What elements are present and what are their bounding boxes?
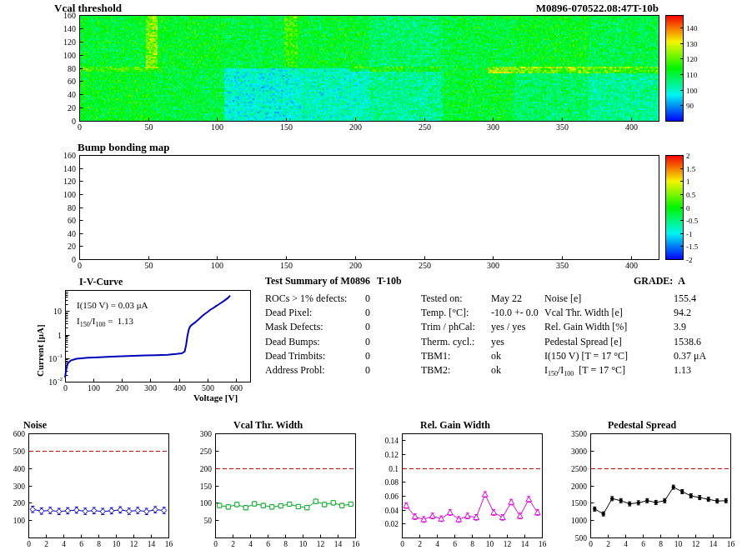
iv-x-axis-label: Voltage [V] (193, 392, 238, 403)
iv-y-axis-label: Current [μA] (35, 324, 46, 377)
summary-row-result: Pedestal Spread [e]1538.6 (544, 336, 706, 350)
summary-row-label: Pedestal Spread [e] (544, 336, 674, 350)
summary-row-value: May 22 (491, 292, 522, 307)
summary-row-label: TBM2: (421, 364, 491, 378)
summary-subtitle: T-10b (377, 276, 402, 288)
iv-curve-title: I-V-Curve (79, 277, 123, 288)
summary-row-label: Mask Defects: (265, 321, 365, 335)
summary-row-label: Address Probl: (265, 364, 365, 378)
summary-row-value: 0.37 μA (674, 350, 706, 364)
summary-row-result: Rel. Gain Width [%]3.9 (544, 321, 706, 335)
summary-row-value: 0 (365, 336, 370, 350)
iv-annotation-current: I(150 V) = 0.03 μA (77, 300, 148, 311)
summary-row-defect: Address Probl:0 (265, 364, 370, 378)
summary-row-label: Noise [e] (544, 292, 674, 307)
grade-label: GRADE: (634, 275, 673, 287)
summary-row-value: 1538.6 (674, 336, 701, 350)
summary-row-value: 0 (365, 364, 370, 378)
module-id-title: M0896-070522.08:47T-10b (536, 2, 659, 15)
summary-row-label: I150/I100 [T = 17 °C] (544, 364, 674, 378)
summary-row-condition: TBM1:ok (421, 350, 539, 364)
summary-row-value: 0 (365, 292, 370, 307)
summary-row-condition: Trim / phCal:yes / yes (421, 321, 539, 335)
summary-row-condition: Temp. [°C]:-10.0 +- 0.0 (421, 307, 539, 321)
iv-annotation-ratio: I150/I100 = 1.13 (77, 316, 133, 327)
summary-row-value: 155.4 (674, 292, 696, 307)
summary-row-value: 1.13 (674, 364, 691, 378)
summary-row-label: Tested on: (421, 292, 491, 307)
summary-row-result: Noise [e]155.4 (544, 292, 706, 307)
summary-row-label: TBM1: (421, 350, 491, 364)
summary-row-condition: Therm. cycl.:yes (421, 336, 539, 350)
summary-row-value: ok (491, 350, 501, 364)
rel-gain-panel-title: Rel. Gain Width (420, 420, 490, 432)
summary-row-value: yes (491, 336, 504, 350)
summary-row-value: 94.2 (674, 307, 691, 321)
summary-row-value: -10.0 +- 0.0 (491, 307, 539, 321)
module-test-report-page: Vcal threshold M0896-070522.08:47T-10b B… (0, 0, 747, 560)
summary-row-value: 0 (365, 321, 370, 335)
bump-bonding-title: Bump bonding map (78, 142, 170, 154)
summary-row-value: 3.9 (674, 321, 686, 335)
summary-row-result: I(150 V) [T = 17 °C]0.37 μA (544, 350, 706, 364)
summary-row-defect: Mask Defects:0 (265, 321, 370, 335)
summary-row-result: I150/I100 [T = 17 °C]1.13 (544, 364, 706, 378)
summary-results-column: Noise [e]155.4Vcal Thr. Width [e]94.2Rel… (544, 292, 706, 378)
grade-value: A (678, 275, 685, 287)
summary-row-label: Rel. Gain Width [%] (544, 321, 674, 335)
summary-row-value: 0 (365, 350, 370, 364)
summary-row-defect: Dead Trimbits:0 (265, 350, 370, 364)
pedestal-panel-title: Pedestal Spread (608, 420, 676, 432)
summary-row-label: Trim / phCal: (421, 321, 491, 335)
vcal-width-panel-title: Vcal Thr. Width (233, 420, 303, 432)
summary-row-defect: ROCs > 1% defects:0 (265, 292, 370, 307)
summary-row-label: Vcal Thr. Width [e] (544, 307, 674, 321)
summary-row-label: Dead Bumps: (265, 336, 365, 350)
summary-conditions-column: Tested on:May 22Temp. [°C]:-10.0 +- 0.0T… (421, 292, 539, 378)
noise-panel-title: Noise (23, 420, 47, 432)
summary-row-result: Vcal Thr. Width [e]94.2 (544, 307, 706, 321)
summary-row-value: ok (491, 364, 501, 378)
summary-row-defect: Dead Bumps:0 (265, 336, 370, 350)
summary-title: Test Summary of M0896 (265, 276, 370, 288)
summary-row-label: Dead Pixel: (265, 307, 365, 321)
summary-row-defect: Dead Pixel:0 (265, 307, 370, 321)
summary-row-label: Temp. [°C]: (421, 307, 491, 321)
summary-defects-column: ROCs > 1% defects:0Dead Pixel:0Mask Defe… (265, 292, 370, 378)
summary-row-label: I(150 V) [T = 17 °C] (544, 350, 674, 364)
summary-row-condition: TBM2:ok (421, 364, 539, 378)
summary-row-value: yes / yes (491, 321, 525, 335)
summary-row-label: Dead Trimbits: (265, 350, 365, 364)
grade: GRADE: A (634, 276, 685, 288)
summary-row-condition: Tested on:May 22 (421, 292, 539, 307)
vcal-threshold-title: Vcal threshold (54, 2, 122, 15)
summary-row-label: ROCs > 1% defects: (265, 292, 365, 307)
summary-row-value: 0 (365, 307, 370, 321)
summary-row-label: Therm. cycl.: (421, 336, 491, 350)
